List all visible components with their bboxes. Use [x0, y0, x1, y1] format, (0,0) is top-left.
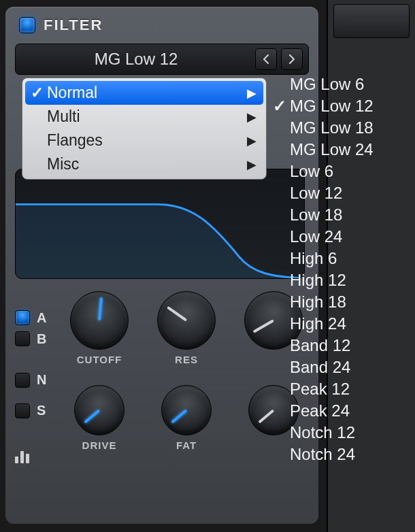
filter-type-item[interactable]: High 6 [269, 248, 405, 269]
check-icon: ✓ [269, 97, 290, 116]
filter-response-graph[interactable] [15, 169, 305, 279]
preset-next-button[interactable] [281, 48, 303, 70]
category-label: Misc [47, 155, 247, 173]
category-item-normal[interactable]: ✓Normal▶ [25, 81, 263, 105]
cutoff-label: CUTOFF [77, 354, 122, 365]
filter-type-item[interactable]: MG Low 24 [269, 139, 405, 161]
filter-type-label: Low 12 [290, 184, 342, 203]
filter-type-label: Peak 12 [290, 380, 350, 399]
check-icon: ✓ [31, 84, 47, 102]
toggle-s[interactable]: S [15, 403, 59, 418]
preset-name: MG Low 12 [21, 50, 251, 69]
category-label: Multi [47, 107, 247, 126]
preset-selector[interactable]: MG Low 12 [15, 44, 309, 75]
filter-type-label: MG Low 18 [290, 118, 374, 137]
filter-type-item[interactable]: Low 12 [269, 182, 405, 204]
filter-type-item[interactable]: Peak 24 [269, 400, 405, 422]
filter-type-item[interactable]: High 24 [269, 313, 405, 335]
submenu-arrow-icon: ▶ [247, 133, 256, 148]
filter-header: FILTER [15, 14, 309, 41]
toggle-b-label: B [37, 331, 46, 347]
category-label: Flanges [47, 131, 247, 150]
drive-knob[interactable] [74, 385, 124, 435]
submenu-arrow-icon: ▶ [247, 157, 256, 172]
filter-type-label: High 6 [290, 249, 337, 268]
filter-type-item[interactable]: Notch 24 [269, 444, 405, 465]
toggle-s-box [15, 403, 30, 418]
filter-type-label: High 18 [290, 293, 346, 312]
filter-type-item[interactable]: MG Low 6 [269, 73, 405, 95]
toggle-n-label: N [37, 372, 46, 388]
filter-type-item[interactable]: High 18 [269, 291, 405, 313]
toggle-b[interactable]: B [15, 331, 50, 347]
filter-type-label: Low 18 [290, 205, 342, 225]
filter-type-label: MG Low 6 [290, 75, 364, 94]
toggle-column-ab: A B [15, 310, 50, 347]
filter-type-submenu[interactable]: MG Low 6✓MG Low 12MG Low 18MG Low 24Low … [269, 73, 405, 465]
knob-section: A B CUTOFF RES [15, 291, 309, 463]
filter-type-label: High 24 [290, 314, 346, 333]
toggle-b-box [15, 331, 30, 346]
bars-icon[interactable] [15, 448, 59, 463]
fat-knob[interactable] [161, 385, 212, 435]
filter-type-label: Notch 24 [290, 445, 355, 464]
res-label: RES [175, 354, 198, 365]
chevron-right-icon [288, 54, 296, 64]
drive-label: DRIVE [82, 439, 117, 451]
toggle-a-label: A [37, 310, 46, 326]
chevron-left-icon [262, 54, 270, 64]
res-knob[interactable] [157, 291, 216, 350]
filter-type-item[interactable]: Low 24 [269, 226, 405, 248]
filter-type-label: Peak 24 [290, 401, 350, 420]
filter-type-label: Band 12 [290, 336, 350, 355]
filter-type-item[interactable]: Peak 12 [269, 378, 405, 400]
toggle-n-box [15, 373, 30, 388]
filter-type-item[interactable]: Low 6 [269, 161, 405, 182]
toggle-a-box [15, 310, 30, 325]
filter-type-label: Band 24 [290, 358, 350, 377]
toggle-a[interactable]: A [15, 310, 50, 326]
filter-type-item[interactable]: Notch 12 [269, 422, 405, 444]
filter-type-label: Notch 12 [290, 423, 355, 442]
panel-title: FILTER [44, 16, 103, 34]
submenu-arrow-icon: ▶ [247, 110, 256, 124]
category-item-multi[interactable]: Multi▶ [25, 105, 263, 129]
category-label: Normal [47, 84, 247, 102]
filter-type-item[interactable]: High 12 [269, 269, 405, 291]
toggle-n[interactable]: N [15, 372, 59, 388]
filter-type-label: Low 24 [290, 227, 342, 246]
submenu-arrow-icon: ▶ [247, 86, 256, 101]
filter-category-menu[interactable]: ✓Normal▶Multi▶Flanges▶Misc▶ [22, 78, 267, 180]
preset-prev-button[interactable] [255, 48, 277, 70]
cutoff-knob[interactable] [70, 291, 129, 350]
category-item-misc[interactable]: Misc▶ [25, 152, 263, 176]
toggle-column-ns: N S [15, 372, 59, 463]
filter-type-item[interactable]: MG Low 18 [269, 117, 405, 139]
filter-type-label: Low 6 [290, 162, 333, 181]
filter-type-item[interactable]: Band 24 [269, 356, 405, 378]
toggle-s-label: S [37, 403, 46, 418]
category-item-flanges[interactable]: Flanges▶ [25, 129, 263, 152]
filter-type-label: MG Low 24 [290, 140, 374, 159]
fat-label: FAT [176, 439, 197, 451]
filter-type-item[interactable]: Band 12 [269, 335, 405, 356]
adjacent-panel-box [333, 4, 410, 38]
filter-type-label: High 12 [290, 271, 346, 290]
filter-type-item[interactable]: Low 18 [269, 204, 405, 226]
filter-power-toggle[interactable] [19, 17, 35, 33]
filter-type-item[interactable]: ✓MG Low 12 [269, 95, 405, 117]
filter-type-label: MG Low 12 [290, 97, 374, 116]
